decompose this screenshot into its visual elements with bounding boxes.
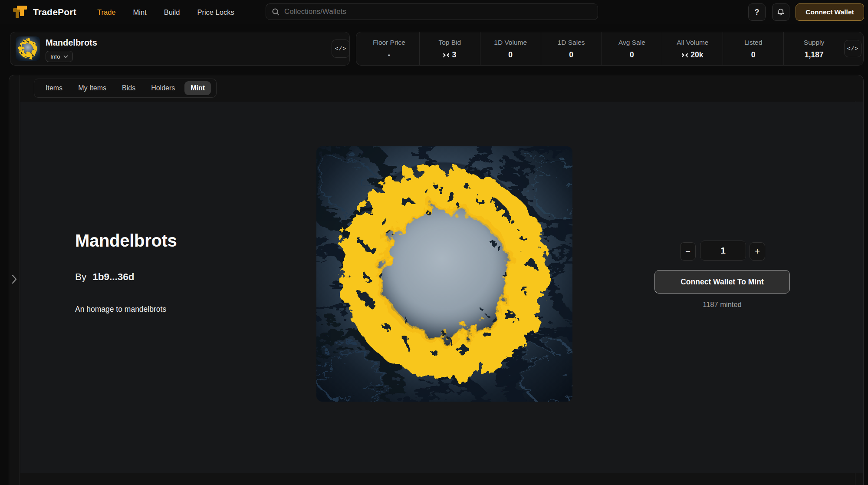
mint-collection-title: Mandelbrots	[75, 231, 177, 251]
top-navbar: TradePort Trade Mint Build Price Locks ?	[0, 0, 868, 24]
stat-supply: Supply 1,187	[784, 32, 844, 65]
nav-item-trade[interactable]: Trade	[97, 8, 116, 16]
main-nav: Trade Mint Build Price Locks	[97, 0, 234, 24]
token-icon	[682, 53, 688, 58]
stat-label: Supply	[804, 39, 824, 46]
stat-listed: Listed 0	[723, 32, 784, 65]
stat-value: 0	[751, 50, 756, 59]
help-button[interactable]: ?	[748, 3, 766, 21]
connect-wallet-button[interactable]: Connect Wallet	[796, 3, 864, 21]
collection-name: Mandelbrots	[46, 38, 97, 48]
tradeport-mint-page: TradePort Trade Mint Build Price Locks ?	[0, 0, 868, 485]
stat-value: 0	[569, 50, 573, 59]
stat-floor-price: Floor Price -	[359, 32, 420, 65]
collection-code-button[interactable]: </>	[332, 40, 350, 58]
stat-number: 20k	[690, 50, 703, 59]
search-input[interactable]	[284, 7, 592, 16]
quantity-increase-button[interactable]: +	[750, 242, 765, 261]
code-icon: </>	[847, 46, 858, 52]
tabs-group: Items My Items Bids Holders Mint	[34, 79, 217, 98]
minus-icon: −	[685, 247, 690, 257]
quantity-decrease-button[interactable]: −	[680, 242, 696, 261]
plus-icon: +	[755, 247, 760, 257]
bell-icon	[776, 8, 785, 16]
minted-count: 1187 minted	[654, 300, 790, 309]
collection-stats-card: Floor Price - Top Bid 3 1D Volume	[356, 32, 864, 66]
stat-label: Floor Price	[373, 39, 405, 46]
left-collapsed-sidebar	[9, 75, 20, 485]
tradeport-logo-icon	[12, 5, 28, 20]
nav-item-price-locks[interactable]: Price Locks	[197, 8, 234, 16]
tabs-bar: Items My Items Bids Holders Mint	[20, 75, 856, 101]
tab-items[interactable]: Items	[39, 81, 69, 95]
collection-header-card: Mandelbrots Info </>	[10, 32, 350, 66]
tab-my-items[interactable]: My Items	[72, 81, 112, 95]
stat-label: Avg Sale	[618, 39, 645, 46]
nav-item-build[interactable]: Build	[164, 8, 180, 16]
stat-all-volume: All Volume 20k	[662, 32, 723, 65]
stat-1d-volume: 1D Volume 0	[480, 32, 541, 65]
stats-row: Floor Price - Top Bid 3 1D Volume	[359, 32, 844, 65]
stat-value: 0	[630, 50, 634, 59]
stat-1d-sales: 1D Sales 0	[541, 32, 602, 65]
stat-value: 0	[508, 50, 513, 59]
tab-bids[interactable]: Bids	[116, 81, 141, 95]
stat-label: Top Bid	[438, 39, 461, 46]
stat-top-bid: Top Bid 3	[420, 32, 480, 65]
stat-label: Listed	[744, 39, 762, 46]
token-icon	[443, 53, 449, 58]
stat-label: All Volume	[677, 39, 708, 46]
quantity-input[interactable]	[700, 241, 746, 261]
stats-code-button[interactable]: </>	[844, 40, 861, 57]
creator-address[interactable]: 1b9...36d	[92, 271, 134, 283]
stat-value: 3	[443, 50, 456, 59]
mint-section: Mandelbrots By 1b9...36d An homage to ma…	[20, 102, 864, 473]
tab-mint[interactable]: Mint	[184, 81, 211, 95]
stat-value: 1,187	[805, 50, 824, 59]
chevron-down-icon	[63, 55, 68, 58]
info-label: Info	[50, 53, 60, 60]
connect-wallet-to-mint-button[interactable]: Connect Wallet To Mint	[654, 270, 790, 294]
connect-wallet-label: Connect Wallet	[806, 8, 854, 16]
collection-info-dropdown[interactable]: Info	[46, 51, 73, 62]
search-icon	[272, 8, 280, 16]
by-label: By	[75, 271, 86, 283]
code-icon: </>	[335, 46, 346, 52]
stat-number: 3	[452, 50, 456, 59]
question-mark-icon: ?	[755, 8, 760, 17]
tab-holders[interactable]: Holders	[145, 81, 181, 95]
expand-left-sidebar-button[interactable]	[10, 273, 19, 286]
mint-description: An homage to mandelbrots	[75, 305, 166, 314]
stat-label: 1D Sales	[558, 39, 585, 46]
brand-name: TradePort	[33, 7, 76, 17]
nav-item-mint[interactable]: Mint	[133, 8, 147, 16]
mint-cta-label: Connect Wallet To Mint	[681, 277, 764, 287]
notifications-button[interactable]	[772, 3, 789, 21]
nft-preview-image	[316, 146, 572, 402]
stat-value: 20k	[682, 50, 703, 59]
chevron-right-icon	[12, 274, 17, 284]
brand[interactable]: TradePort	[12, 5, 76, 20]
collection-avatar	[16, 36, 40, 61]
stat-avg-sale: Avg Sale 0	[602, 32, 663, 65]
stat-label: 1D Volume	[494, 39, 527, 46]
stat-value: -	[388, 50, 391, 59]
main-panel: Items My Items Bids Holders Mint Mandelb…	[9, 75, 864, 485]
mint-byline: By 1b9...36d	[75, 271, 135, 283]
global-search[interactable]	[266, 3, 598, 20]
